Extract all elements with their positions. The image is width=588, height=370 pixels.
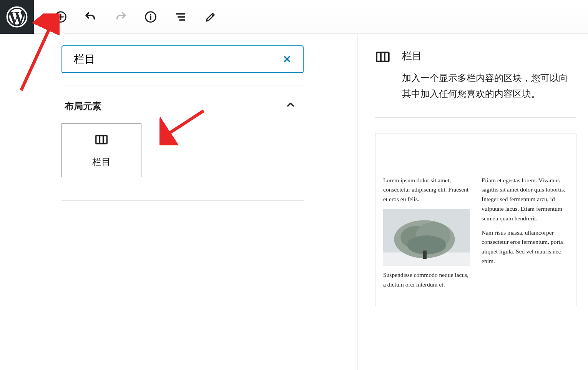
redo-icon [115,11,127,23]
divider [61,200,304,201]
clear-search-button[interactable]: ✕ [283,53,291,65]
block-tile-columns[interactable]: 栏目 [61,123,141,177]
outline-icon [174,11,187,23]
undo-button[interactable] [83,9,98,25]
annotation-arrow-2 [159,107,209,145]
category-title: 布局元素 [65,100,101,112]
svg-point-3 [150,14,151,15]
info-header: 栏目 加入一个显示多栏内容的区块，您可以向其中加入任何您喜欢的内容区块。 [375,49,576,118]
block-search-input[interactable] [74,53,283,65]
redo-button[interactable] [113,9,128,25]
block-preview: Lorem ipsum dolor sit amet, consectetur … [375,133,576,306]
info-button[interactable] [143,9,158,25]
block-info-panel: 栏目 加入一个显示多栏内容的区块，您可以向其中加入任何您喜欢的内容区块。 Lor… [357,34,588,370]
info-text: 栏目 加入一个显示多栏内容的区块，您可以向其中加入任何您喜欢的内容区块。 [402,49,576,102]
preview-text: Suspendisse commodo neque lacus, a dictu… [383,270,470,290]
block-info-description: 加入一个显示多栏内容的区块，您可以向其中加入任何您喜欢的内容区块。 [402,70,576,102]
main-content: ✕ 布局元素 栏目 栏目 加入一个显示多栏内容的区块，您可以向其中加入任何您喜欢… [0,34,588,370]
preview-column-2: Etiam et egestas lorem. Vivamus sagittis… [482,176,568,294]
undo-icon [85,11,97,23]
info-icon [145,11,157,23]
toolbar-button-group [34,9,218,25]
pencil-icon [204,11,217,23]
divider [61,73,304,85]
svg-rect-5 [377,52,389,61]
svg-rect-12 [423,251,427,259]
columns-icon [95,133,108,147]
preview-column-1: Lorem ipsum dolor sit amet, consectetur … [383,176,470,294]
chevron-up-icon [285,99,296,113]
edit-button[interactable] [203,9,218,25]
block-tile-label: 栏目 [92,156,111,168]
preview-columns: Lorem ipsum dolor sit amet, consectetur … [383,176,568,294]
preview-text: Etiam et egestas lorem. Vivamus sagittis… [482,176,568,223]
search-container: ✕ [61,45,304,73]
svg-rect-4 [96,136,107,144]
columns-icon [375,49,390,102]
outline-button[interactable] [173,9,188,25]
preview-text: Lorem ipsum dolor sit amet, consectetur … [383,176,470,204]
preview-text: Nam risus massa, ullamcorper consectetur… [482,228,568,266]
annotation-arrow-1 [10,13,60,94]
editor-toolbar [0,0,588,34]
block-info-title: 栏目 [402,49,576,63]
preview-image [383,209,470,266]
